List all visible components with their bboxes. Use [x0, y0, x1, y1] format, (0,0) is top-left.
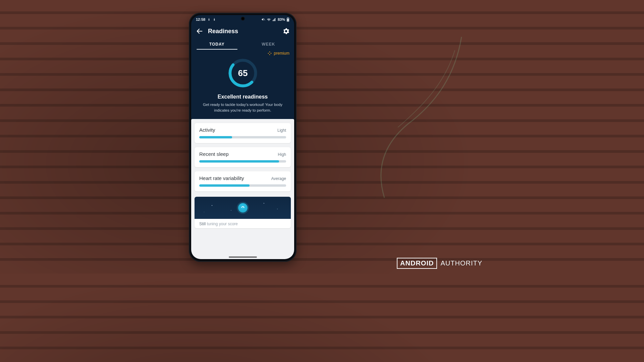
tablist: TODAY WEEK [191, 39, 294, 50]
metrics-panel[interactable]: ActivityLightRecent sleepHighHeart rate … [191, 119, 294, 259]
svg-rect-3 [287, 18, 289, 21]
premium-icon [268, 51, 272, 55]
tab-week-label: WEEK [262, 42, 275, 47]
metric-progress-fill [199, 160, 279, 163]
tuning-illustration [195, 197, 291, 219]
metric-card[interactable]: ActivityLight [195, 123, 291, 143]
readiness-gauge: 65 [196, 56, 289, 90]
status-time: 12:58 [196, 17, 205, 21]
tab-today[interactable]: TODAY [191, 39, 243, 50]
tab-week[interactable]: WEEK [243, 39, 294, 50]
tab-today-label: TODAY [209, 42, 225, 47]
mute-icon [261, 17, 265, 21]
metric-name: Recent sleep [199, 151, 229, 157]
watermark-right: AUTHORITY [440, 259, 482, 267]
tuning-caption: Still tuning your score [195, 219, 291, 228]
watermark-left: ANDROID [397, 258, 437, 269]
metric-value: Average [271, 176, 286, 181]
camera-hole [241, 17, 245, 20]
phone-screen: 12:58 83% [191, 15, 294, 259]
back-button[interactable] [196, 27, 203, 35]
metric-name: Activity [199, 127, 215, 133]
premium-label: premium [274, 51, 289, 56]
status-notification-icon-2 [213, 18, 216, 21]
battery-icon [286, 17, 289, 22]
metric-value: High [278, 152, 286, 157]
wifi-icon [267, 18, 271, 21]
metric-value: Light [277, 128, 286, 133]
battery-percent: 83% [278, 17, 285, 21]
metric-card[interactable]: Heart rate variabilityAverage [195, 171, 291, 191]
readiness-description: Get ready to tackle today's workout! You… [199, 102, 286, 113]
svg-rect-2 [287, 17, 288, 18]
readiness-score-text: 65 [238, 68, 248, 78]
tuning-caption-faded: tuning your score [207, 222, 238, 226]
gauge-icon [238, 203, 248, 213]
svg-line-0 [264, 18, 265, 20]
home-indicator[interactable] [229, 256, 257, 258]
tuning-card[interactable]: Still tuning your score [195, 197, 291, 228]
metric-progress [199, 136, 286, 138]
metric-progress-fill [199, 136, 232, 138]
settings-button[interactable] [283, 28, 289, 35]
readiness-hero: premium 65 Excellent readiness Get ready… [191, 50, 294, 119]
status-notification-icon-1 [207, 18, 211, 21]
watermark: ANDROID AUTHORITY [397, 258, 482, 269]
metric-progress [199, 160, 286, 163]
signal-icon [272, 18, 276, 21]
tuning-caption-start: Still [199, 222, 207, 226]
readiness-heading: Excellent readiness [196, 94, 289, 100]
app-header: Readiness [191, 24, 294, 39]
svg-point-7 [268, 53, 269, 54]
svg-point-5 [271, 53, 272, 54]
metric-progress-fill [199, 184, 250, 187]
phone-frame: 12:58 83% [189, 13, 297, 262]
metric-progress [199, 184, 286, 187]
metric-name: Heart rate variability [199, 175, 244, 181]
decorative-plant [334, 37, 475, 204]
metric-card[interactable]: Recent sleepHigh [195, 147, 291, 167]
page-title: Readiness [208, 28, 238, 35]
svg-point-4 [269, 52, 270, 53]
svg-point-6 [269, 54, 270, 55]
premium-badge[interactable]: premium [268, 51, 289, 56]
